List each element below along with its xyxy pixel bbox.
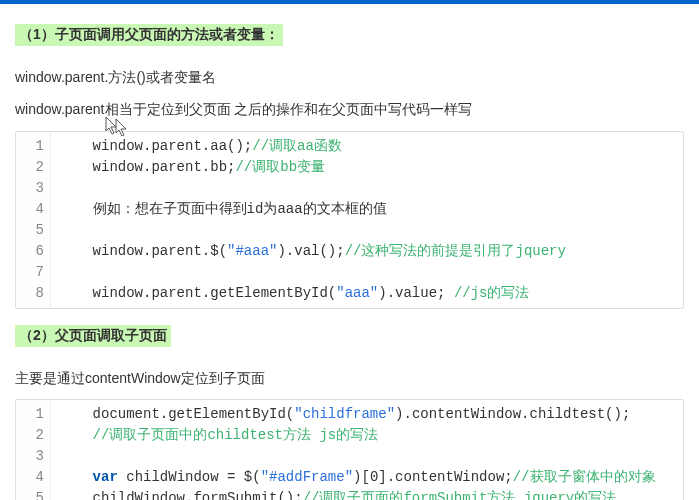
line-no: 4 xyxy=(26,467,44,488)
code-gutter: 1 2 3 4 5 6 xyxy=(16,400,51,500)
code: ).val(); xyxy=(277,243,344,259)
code: window.parent.$( xyxy=(59,243,227,259)
section-1-heading: （1）子页面调用父页面的方法或者变量： xyxy=(15,24,283,46)
document-body: （1）子页面调用父页面的方法或者变量： window.parent.方法()或者… xyxy=(0,4,699,500)
section-2-heading: （2）父页面调取子页面 xyxy=(15,325,171,347)
code-gutter: 1 2 3 4 5 6 7 8 xyxy=(16,132,51,308)
code-text: window.parent.aa();//调取aa函数 window.paren… xyxy=(51,132,683,308)
code: window.parent.getElementById( xyxy=(59,285,336,301)
indent xyxy=(59,427,93,443)
line-no: 3 xyxy=(26,446,44,467)
comment: //调取aa函数 xyxy=(252,138,342,154)
code-text: document.getElementById("childframe").co… xyxy=(51,400,683,500)
comment: //调取bb变量 xyxy=(235,159,325,175)
code: ).value; xyxy=(378,285,454,301)
line-no: 5 xyxy=(26,220,44,241)
line-no: 1 xyxy=(26,136,44,157)
line-no: 1 xyxy=(26,404,44,425)
comment: //获取子窗体中的对象 xyxy=(513,469,656,485)
code-block-2: 1 2 3 4 5 6 document.getElementById("chi… xyxy=(15,399,684,500)
line-no: 2 xyxy=(26,157,44,178)
keyword: var xyxy=(93,469,118,485)
line-no: 2 xyxy=(26,425,44,446)
section-1-line-1: window.parent.方法()或者变量名 xyxy=(15,66,684,88)
line-no: 6 xyxy=(26,241,44,262)
code: window.parent.aa(); xyxy=(59,138,252,154)
line-no: 5 xyxy=(26,488,44,500)
comment: //js的写法 xyxy=(454,285,530,301)
code: ).contentWindow.childtest(); xyxy=(395,406,630,422)
text-prefix: window.parent xyxy=(15,101,105,117)
comment: //调取子页面中的childtest方法 js的写法 xyxy=(93,427,379,443)
code: )[0].contentWindow; xyxy=(353,469,513,485)
comment: //这种写法的前提是引用了jquery xyxy=(345,243,566,259)
code: childWindow.formSubmit(); xyxy=(59,490,303,500)
line-no: 3 xyxy=(26,178,44,199)
section-1-line-2: window.parent相当于定位到父页面 之后的操作和在父页面中写代码一样写 xyxy=(15,98,684,120)
code: window.parent.bb; xyxy=(59,159,235,175)
text-suffix: 相当于定位到父页面 之后的操作和在父页面中写代码一样写 xyxy=(105,101,473,117)
string: "#addFrame" xyxy=(261,469,353,485)
code: document.getElementById( xyxy=(59,406,294,422)
section-2-line-1: 主要是通过contentWindow定位到子页面 xyxy=(15,367,684,389)
string: "childframe" xyxy=(294,406,395,422)
comment: //调取子页面的formSubmit方法 jquery的写法 xyxy=(303,490,617,500)
code: childWindow = $( xyxy=(118,469,261,485)
line-no: 7 xyxy=(26,262,44,283)
indent xyxy=(59,469,93,485)
code: 例如：想在子页面中得到id为aaa的文本框的值 xyxy=(59,201,387,217)
string: "aaa" xyxy=(336,285,378,301)
line-no: 8 xyxy=(26,283,44,304)
code-block-1: 1 2 3 4 5 6 7 8 window.parent.aa();//调取a… xyxy=(15,131,684,309)
string: "#aaa" xyxy=(227,243,277,259)
line-no: 4 xyxy=(26,199,44,220)
